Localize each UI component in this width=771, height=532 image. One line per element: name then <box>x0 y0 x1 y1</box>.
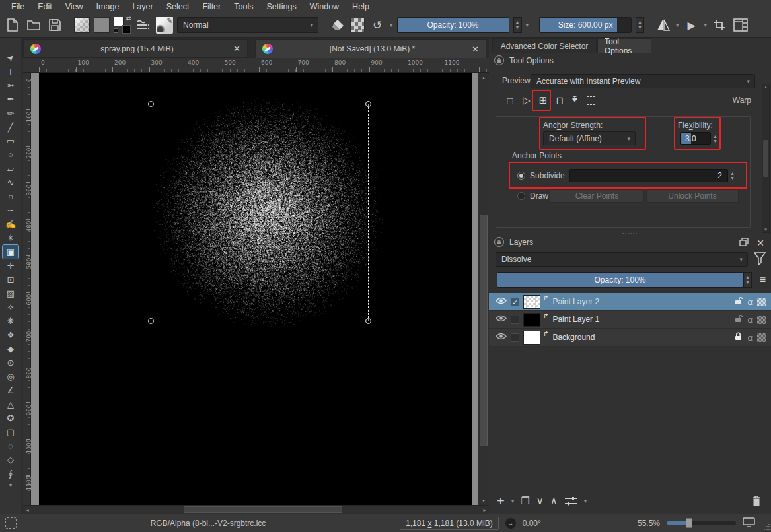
transform-tool-icon[interactable]: ▣ <box>3 245 18 259</box>
toolbox-overflow-icon[interactable]: ▾ <box>9 482 13 488</box>
zoom-slider[interactable] <box>667 521 736 525</box>
colorize-mask-tool-icon[interactable]: ◎ <box>3 370 18 383</box>
horizontal-scrollbar[interactable]: ◂ ▸ <box>23 505 489 514</box>
layer-blending-mode-dropdown[interactable]: Dissolve ▾ <box>496 252 748 267</box>
inherit-alpha-icon[interactable] <box>757 298 766 306</box>
layers-menu-icon[interactable]: ≡ <box>760 274 766 286</box>
scroll-down-icon[interactable]: ▾ <box>482 496 485 505</box>
mirror-horizontal-icon[interactable] <box>655 17 672 34</box>
crop-tool-icon[interactable]: ⊡ <box>3 273 18 286</box>
cage-transform-mode-icon[interactable]: ⊓ <box>552 92 568 108</box>
swap-colors-icon[interactable]: ⇄ <box>126 15 131 22</box>
visibility-eye-icon[interactable] <box>496 297 507 306</box>
document-tab-not-saved[interactable]: [Not Saved] (13.0 MiB) * ✕ <box>255 39 486 58</box>
tool-options-scroll-thumb[interactable] <box>763 140 768 177</box>
vertical-scrollbar[interactable]: ▴ ▾ <box>478 73 489 505</box>
scroll-up-icon[interactable]: ▴ <box>482 73 485 82</box>
menu-file[interactable]: File <box>5 1 30 13</box>
bezier-curve-tool-icon[interactable]: ∩ <box>3 189 18 203</box>
assistants-tool-icon[interactable]: △ <box>3 397 18 411</box>
trim-to-image-icon[interactable] <box>711 17 728 34</box>
brush-editor-icon[interactable]: ✎ <box>156 17 173 34</box>
horizontal-scroll-thumb[interactable] <box>184 506 342 513</box>
layer-name[interactable]: Background <box>552 333 730 342</box>
pattern-chooser-icon[interactable] <box>94 17 110 33</box>
color-sampler-tool-icon[interactable]: ✧ <box>3 300 18 314</box>
patch-tool-icon[interactable]: ❋ <box>3 314 18 328</box>
brush-presets-icon[interactable] <box>135 17 152 34</box>
menu-tools[interactable]: Tools <box>228 1 259 13</box>
layer-unlocked-icon[interactable] <box>734 296 743 307</box>
layer-row-paint-layer-2[interactable]: ✓ ↱ Paint Layer 2 α <box>489 293 771 311</box>
alpha-channel-icon[interactable]: α <box>747 315 753 325</box>
new-document-icon[interactable] <box>4 17 21 34</box>
reload-preset-icon[interactable]: ↺ <box>369 17 386 34</box>
gradient-tool-icon[interactable]: ▨ <box>3 286 18 300</box>
liquify-transform-mode-icon[interactable]: ♠ <box>567 92 583 108</box>
layers-docker-header[interactable]: Layers <box>494 237 533 247</box>
float-docker-icon[interactable] <box>739 238 749 248</box>
selection-mode-icon[interactable] <box>5 517 17 529</box>
window-resize-grip[interactable] <box>763 524 770 531</box>
opacity-slider[interactable]: Opacity: 100% <box>397 17 509 33</box>
add-layer-button[interactable]: + <box>497 494 505 509</box>
gradient-chooser-icon[interactable] <box>74 17 90 33</box>
polygonal-selection-tool-icon[interactable]: ◇ <box>3 453 18 467</box>
draw-radio[interactable] <box>517 192 525 200</box>
inherit-alpha-icon[interactable] <box>757 333 766 342</box>
transform-handle-top-left[interactable] <box>148 101 154 107</box>
close-icon[interactable]: ✕ <box>233 44 240 53</box>
layer-row-paint-layer-1[interactable]: ↱ Paint Layer 1 α <box>489 311 771 329</box>
visibility-eye-icon[interactable] <box>496 315 507 324</box>
choose-workspace-icon[interactable] <box>732 17 749 34</box>
fit-to-screen-icon[interactable] <box>743 517 755 529</box>
reference-images-tool-icon[interactable]: ✪ <box>3 411 18 425</box>
brush-size-slider[interactable]: Size: 600.00 px <box>539 17 632 33</box>
polyline-tool-icon[interactable]: ∿ <box>3 176 18 189</box>
move-layer-up-button[interactable]: ∧ <box>550 495 558 507</box>
edit-shapes-tool-icon[interactable]: ➳ <box>3 79 18 92</box>
canvas-rotation-value[interactable]: 0.00° <box>523 519 541 528</box>
menu-select[interactable]: Select <box>161 1 196 13</box>
chevron-down-icon[interactable]: ▾ <box>584 498 587 504</box>
foreground-background-colors[interactable]: ⇄ <box>114 17 131 34</box>
menu-window[interactable]: Window <box>304 1 345 13</box>
duplicate-layer-button[interactable]: ❐ <box>521 495 529 507</box>
layer-checkbox[interactable] <box>511 333 519 342</box>
chevron-down-icon[interactable]: ▾ <box>511 498 515 504</box>
tab-tool-options[interactable]: Tool Options <box>597 38 651 53</box>
menu-view[interactable]: View <box>59 1 89 13</box>
freehand-brush-tool-icon[interactable]: ✏ <box>3 106 18 120</box>
transform-bounds[interactable] <box>151 104 369 321</box>
delete-layer-button[interactable] <box>751 495 762 507</box>
zoom-slider-thumb[interactable] <box>686 518 692 528</box>
layer-row-background[interactable]: ↱ Background α <box>489 329 771 347</box>
calligraphy-tool-icon[interactable]: ✒ <box>3 92 18 106</box>
tab-advanced-color-selector[interactable]: Advanced Color Selector <box>492 38 597 53</box>
rectangle-tool-icon[interactable]: ▭ <box>3 134 18 148</box>
blending-mode-dropdown[interactable]: Normal ▾ <box>177 17 318 33</box>
transform-handle-bottom-right[interactable] <box>365 318 371 324</box>
layer-opacity-spinner[interactable]: ▲▼ <box>743 272 752 288</box>
open-document-icon[interactable] <box>25 17 42 34</box>
background-color-swatch[interactable] <box>122 25 131 34</box>
layer-unlocked-icon[interactable] <box>734 314 743 325</box>
measure-tool-icon[interactable]: ∠ <box>3 383 18 397</box>
menu-image[interactable]: Image <box>91 1 126 13</box>
image-dimensions[interactable]: 1,181 x 1,181 (13.0 MiB) <box>400 517 499 530</box>
chevron-down-icon[interactable]: ▾ <box>676 22 679 28</box>
polygon-tool-icon[interactable]: ▱ <box>3 162 18 176</box>
preserve-alpha-icon[interactable] <box>350 18 365 32</box>
layer-thumbnail[interactable] <box>523 295 540 309</box>
line-tool-icon[interactable]: ╱ <box>3 120 18 134</box>
menu-settings[interactable]: Settings <box>260 1 302 13</box>
docker-lock-icon[interactable] <box>494 237 504 247</box>
close-docker-icon[interactable]: ✕ <box>756 238 764 248</box>
tool-options-docker-header[interactable]: Tool Options <box>494 55 554 65</box>
chevron-down-icon[interactable]: ▾ <box>526 22 529 28</box>
tool-options-scrollbar[interactable]: ▴ ▾ <box>762 84 770 233</box>
menu-layer[interactable]: Layer <box>126 1 159 13</box>
menu-help[interactable]: Help <box>346 1 375 13</box>
layer-properties-button[interactable] <box>564 496 577 506</box>
chevron-down-icon[interactable]: ▾ <box>390 22 393 28</box>
